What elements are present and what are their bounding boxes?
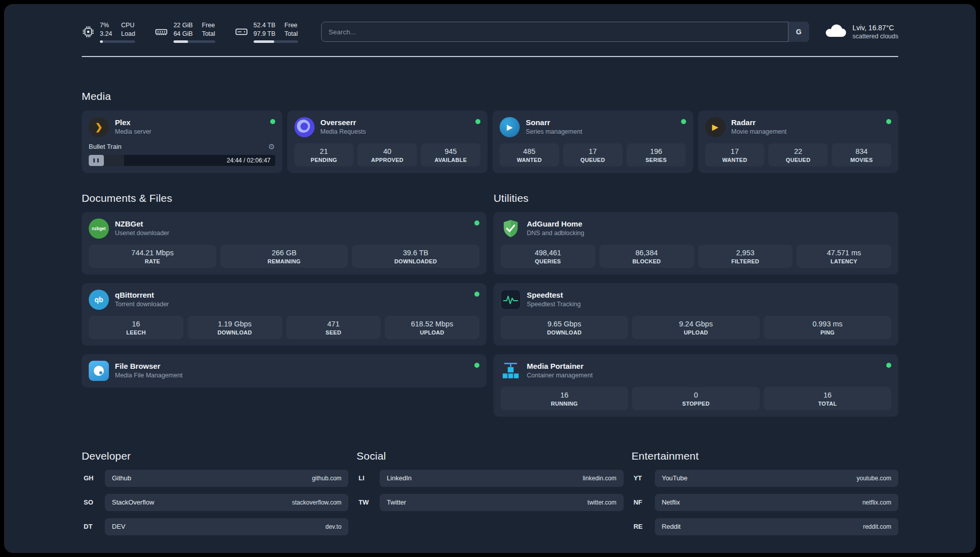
stat-tile: 618.52 Mbps UPLOAD	[385, 316, 479, 339]
disk-widget: 52.4 TB Free 97.9 TB Total	[234, 21, 298, 43]
section-title-media: Media	[82, 90, 898, 102]
status-dot	[474, 220, 479, 226]
bookmark-row: DT DEV dev.to	[82, 518, 348, 535]
memory-free-label: Free	[202, 21, 215, 30]
bookmark-link-linkedin[interactable]: LinkedIn linkedin.com	[380, 470, 623, 487]
weather-location: Lviv, 16.87°C	[852, 24, 898, 32]
bookmark-row: YT YouTube youtube.com	[632, 470, 898, 487]
bookmark-link-stackoverflow[interactable]: StackOverflow stackoverflow.com	[105, 494, 348, 511]
disk-free-label: Free	[284, 21, 297, 30]
stat-tile: 498,461 QUERIES	[501, 245, 595, 268]
bookmark-abbr: LI	[356, 474, 380, 482]
dashboard: 7% CPU 3.24 Load	[4, 4, 976, 553]
disk-total: 97.9 TB	[254, 30, 276, 38]
app-name: Media Portainer	[527, 362, 593, 371]
app-description: Usenet downloader	[115, 230, 169, 238]
bookmark-link-dev[interactable]: DEV dev.to	[105, 518, 348, 535]
app-card-portainer[interactable]: Media Portainer Container management 16 …	[494, 354, 898, 417]
stat-tile: 9.24 Gbps UPLOAD	[632, 316, 760, 339]
memory-total: 64 GiB	[173, 30, 193, 38]
adguard-icon	[501, 218, 521, 239]
portainer-icon	[501, 361, 521, 381]
disk-total-label: Total	[284, 30, 297, 38]
bookmark-abbr: TW	[356, 498, 380, 506]
stat-tile: 21 PENDING	[294, 143, 354, 166]
app-description: Speedtest Tracking	[527, 301, 581, 309]
bookmark-abbr: RE	[632, 523, 655, 530]
bookmark-link-twitter[interactable]: Twitter twitter.com	[380, 494, 623, 511]
app-name: Radarr	[731, 118, 787, 128]
app-card-plex[interactable]: ❯ Plex Media server Bullet Train ⚙ ❚❚	[82, 110, 282, 173]
stat-tile: 2,953 FILTERED	[698, 245, 793, 268]
search-engine-button[interactable]: G	[788, 22, 809, 42]
status-dot	[886, 119, 891, 124]
stat-tile: 945 AVAILABLE	[421, 143, 480, 166]
stat-tile: 744.21 Mbps RATE	[89, 245, 216, 268]
bookmark-row: GH Github github.com	[82, 470, 348, 487]
stat-tile: 834 MOVIES	[832, 143, 891, 166]
app-card-adguard[interactable]: AdGuard Home DNS and adblocking 498,461 …	[494, 212, 898, 274]
stat-tile: 17 QUEUED	[563, 143, 623, 166]
search-bar: G	[321, 22, 809, 42]
app-card-nzbget[interactable]: nzbget NZBGet Usenet downloader 744.21 M…	[82, 212, 486, 274]
bookmark-row: NF Netflix netflix.com	[632, 494, 898, 511]
bookmark-row: LI LinkedIn linkedin.com	[356, 470, 623, 487]
settings-gear-icon[interactable]: ⚙	[268, 142, 275, 151]
app-name: AdGuard Home	[527, 219, 584, 229]
stat-tile: 0.993 ms PING	[764, 316, 891, 339]
cpu-load-label: Load	[121, 30, 135, 38]
stat-tile: 17 WANTED	[705, 143, 765, 166]
bookmark-link-reddit[interactable]: Reddit reddit.com	[655, 518, 898, 535]
developer-bookmarks: Developer GH Github github.com SO StackO…	[82, 450, 348, 535]
cloud-icon	[824, 23, 846, 41]
stat-tile: 9.65 Gbps DOWNLOAD	[501, 316, 628, 339]
app-card-filebrowser[interactable]: File Browser Media File Management	[82, 354, 486, 387]
pause-button[interactable]: ❚❚	[89, 155, 104, 166]
filebrowser-icon	[89, 361, 109, 381]
status-dot	[681, 119, 686, 124]
app-description: Media Requests	[321, 128, 366, 136]
bookmark-link-youtube[interactable]: YouTube youtube.com	[655, 470, 898, 487]
plex-now-playing-widget: Bullet Train ⚙ ❚❚ 24:44 / 02:06:47	[89, 142, 275, 166]
plex-icon: ❯	[89, 117, 109, 137]
stat-tile: 39.6 TB DOWNLOADED	[352, 245, 479, 268]
search-input[interactable]	[321, 22, 809, 42]
cpu-percent: 7%	[100, 21, 112, 30]
stat-tile: 16 RUNNING	[501, 387, 628, 410]
bookmark-abbr: DT	[82, 523, 105, 530]
app-name: NZBGet	[115, 219, 169, 229]
app-card-overseerr[interactable]: Overseerr Media Requests 21 PENDING 40 A…	[287, 110, 488, 173]
nzbget-icon: nzbget	[89, 218, 109, 239]
bookmark-link-github[interactable]: Github github.com	[105, 470, 348, 487]
app-name: Overseerr	[321, 118, 366, 128]
disk-icon	[234, 25, 249, 38]
app-name: qBittorrent	[115, 291, 169, 300]
app-card-radarr[interactable]: ▶ Radarr Movie management 17 WANTED 22 Q…	[698, 110, 899, 173]
stat-tile: 471 SEED	[286, 316, 381, 339]
section-title-developer: Developer	[82, 450, 348, 462]
bookmark-link-netflix[interactable]: Netflix netflix.com	[655, 494, 898, 511]
cpu-load: 3.24	[100, 30, 112, 38]
app-card-speedtest[interactable]: Speedtest Speedtest Tracking 9.65 Gbps D…	[494, 283, 898, 346]
memory-widget: 22 GiB Free 64 GiB Total	[154, 21, 215, 43]
app-card-qbittorrent[interactable]: qb qBittorrent Torrent downloader 16 LEE…	[82, 283, 486, 346]
playback-progress-bar[interactable]: ❚❚ 24:44 / 02:06:47	[89, 155, 275, 166]
section-title-utilities: Utilities	[494, 192, 898, 204]
app-description: Container management	[527, 372, 593, 380]
disk-usage-bar	[254, 40, 298, 43]
bookmark-abbr: YT	[632, 474, 655, 482]
memory-free: 22 GiB	[173, 21, 193, 30]
radarr-icon: ▶	[705, 117, 725, 137]
cpu-widget: 7% CPU 3.24 Load	[82, 21, 135, 43]
stat-tile: 485 WANTED	[500, 143, 559, 166]
app-card-sonarr[interactable]: ▶ Sonarr Series management 485 WANTED 17…	[493, 110, 693, 173]
status-dot	[475, 119, 480, 124]
section-title-social: Social	[356, 450, 623, 462]
overseerr-icon	[294, 117, 315, 137]
app-description: Movie management	[731, 128, 787, 136]
section-title-documents: Documents & Files	[82, 192, 486, 204]
bookmark-row: SO StackOverflow stackoverflow.com	[82, 494, 348, 511]
media-card-grid: ❯ Plex Media server Bullet Train ⚙ ❚❚	[82, 110, 898, 173]
status-dot	[886, 363, 891, 368]
stat-tile: 16 TOTAL	[764, 387, 891, 410]
